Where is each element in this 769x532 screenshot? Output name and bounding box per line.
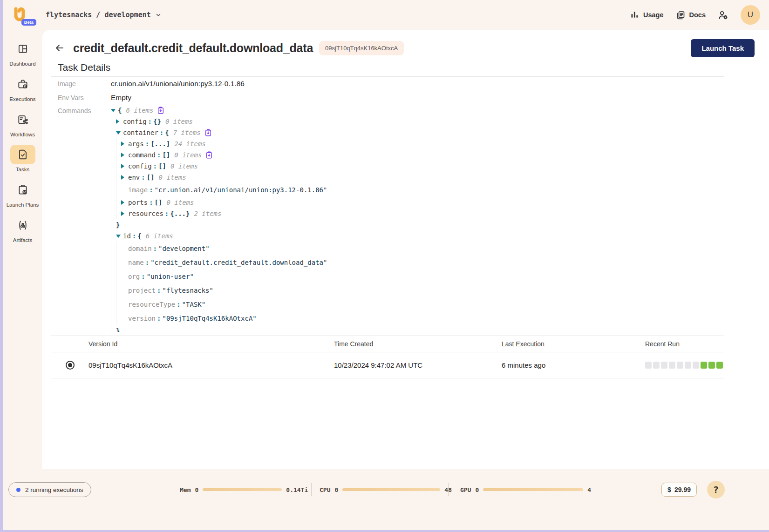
meter-start-value: 0 [334, 486, 338, 493]
status-bar: 2 running executions Mem00.14TiCPU048GPU… [0, 469, 769, 532]
back-button[interactable] [52, 40, 67, 55]
expand-toggle-icon[interactable] [121, 164, 128, 168]
usage-button[interactable]: Usage [630, 10, 664, 20]
json-colon: : [149, 186, 153, 194]
avatar[interactable]: U [741, 5, 760, 25]
expand-toggle-icon[interactable] [121, 141, 128, 146]
launch-task-button[interactable]: Launch Task [691, 39, 755, 57]
run-status-square-success[interactable] [708, 362, 715, 369]
json-key: command [128, 151, 156, 159]
union-logo[interactable]: Beta [11, 4, 32, 26]
docs-icon [676, 10, 686, 20]
run-status-square-none[interactable] [653, 362, 660, 369]
json-bracket: [] [162, 151, 170, 159]
sidebar-item-workflows[interactable]: Workflows [5, 110, 41, 138]
json-tree-row: {6 items [111, 105, 724, 116]
json-key: container [123, 129, 158, 136]
meter-bar [483, 488, 583, 491]
beta-badge: Beta [21, 19, 36, 26]
page-title: credit_default.credit_default.download_d… [73, 41, 313, 55]
running-dot-icon [16, 488, 20, 492]
json-tree-row: container:{7 items [111, 127, 724, 138]
json-colon: : [160, 129, 163, 136]
run-status-square-none[interactable] [677, 362, 683, 369]
json-tree-row: env:[]0 items [111, 172, 724, 183]
json-bracket: { [137, 232, 141, 240]
json-tree-row: command:[]0 items [111, 149, 724, 161]
commands-label: Commands [51, 105, 111, 114]
expand-toggle-icon[interactable] [116, 119, 123, 124]
sidebar-item-dashboard[interactable]: Dashboard [5, 39, 41, 67]
json-colon: : [157, 151, 161, 159]
table-body: 09sjT10qTq4sK16kAOtxcA10/23/2024 9:47:02… [51, 352, 724, 378]
json-value: "TASK" [182, 301, 206, 308]
docs-button[interactable]: Docs [676, 10, 706, 20]
run-status-square-none[interactable] [685, 362, 691, 369]
json-key: ports [128, 199, 148, 206]
sidebar-item-tasks[interactable]: Tasks [5, 145, 41, 173]
json-key: version [128, 315, 156, 322]
sidebar-item-label: Workflows [10, 132, 35, 138]
json-key: args [128, 140, 144, 148]
project-domain-selector[interactable]: flytesnacks / development [46, 11, 161, 19]
sidebar: DashboardExecutionsWorkflowsTasksLaunch … [0, 30, 42, 469]
version-radio[interactable] [66, 361, 75, 370]
launch-plans-icon [10, 180, 35, 200]
run-status-square-success[interactable] [716, 362, 723, 369]
expand-toggle-icon[interactable] [121, 175, 128, 180]
sidebar-item-label: Tasks [16, 167, 29, 173]
json-tree-row: args:[...]24 items [111, 138, 724, 149]
copy-icon[interactable] [205, 129, 211, 136]
expand-toggle-icon[interactable] [116, 235, 123, 238]
json-key: domain [128, 245, 152, 252]
task-header: credit_default.credit_default.download_d… [42, 30, 769, 58]
sidebar-item-launch-plans[interactable]: Launch Plans [5, 180, 41, 209]
json-item-count: 0 items [159, 174, 186, 181]
table-row[interactable]: 09sjT10qTq4sK16kAOtxcA10/23/2024 9:47:02… [51, 352, 724, 378]
json-colon: : [157, 315, 161, 322]
run-status-square-none[interactable] [645, 362, 652, 369]
main-card: credit_default.credit_default.download_d… [42, 30, 769, 469]
back-arrow-icon [54, 42, 65, 54]
json-key: config [128, 162, 152, 170]
run-status-square-none[interactable] [661, 362, 667, 369]
running-executions-pill[interactable]: 2 running executions [8, 482, 91, 497]
expand-toggle-icon[interactable] [121, 153, 128, 157]
json-colon: : [145, 259, 149, 266]
json-value: "cr.union.ai/v1/unionai/union:py3.12-0.1… [155, 186, 327, 194]
sidebar-item-executions[interactable]: Executions [5, 74, 41, 103]
json-colon: : [153, 162, 157, 170]
json-colon: : [153, 245, 157, 252]
json-colon: : [157, 287, 161, 294]
expand-toggle-icon[interactable] [121, 200, 128, 205]
cost-pill[interactable]: $ 29.99 [661, 483, 697, 497]
json-value: "flytesnacks" [162, 287, 213, 294]
artifacts-icon [10, 215, 35, 235]
sidebar-item-artifacts[interactable]: Artifacts [5, 215, 41, 244]
run-status-square-none[interactable] [693, 362, 699, 369]
section-title: Task Details [58, 61, 724, 74]
version-badge: 09sjT10qTq4sK16kAOtxcA [319, 41, 404, 55]
last-execution: 6 minutes ago [502, 361, 645, 369]
expand-toggle-icon[interactable] [116, 131, 123, 135]
column-header: Time Created [334, 340, 502, 348]
json-tree-row: resources:{...}2 items [111, 208, 724, 219]
meter-bar [203, 488, 282, 491]
executions-icon [10, 74, 35, 94]
column-header: Last Execution [502, 340, 645, 348]
copy-icon[interactable] [206, 151, 212, 159]
run-status-square-success[interactable] [701, 362, 707, 369]
expand-toggle-icon[interactable] [121, 211, 128, 216]
field-label: Image [51, 80, 111, 88]
json-tree-row: config:[]0 items [111, 161, 724, 172]
json-value: "development" [158, 245, 210, 252]
docs-label: Docs [689, 11, 706, 19]
copy-icon[interactable] [157, 107, 164, 114]
json-colon: : [141, 273, 145, 280]
expand-toggle-icon[interactable] [111, 109, 118, 112]
help-button[interactable]: ? [707, 481, 725, 498]
user-settings-button[interactable] [718, 10, 728, 20]
run-status-square-none[interactable] [669, 362, 675, 369]
sidebar-item-label: Dashboard [9, 61, 35, 67]
json-tree-row: image:"cr.union.ai/v1/unionai/union:py3.… [111, 183, 724, 197]
